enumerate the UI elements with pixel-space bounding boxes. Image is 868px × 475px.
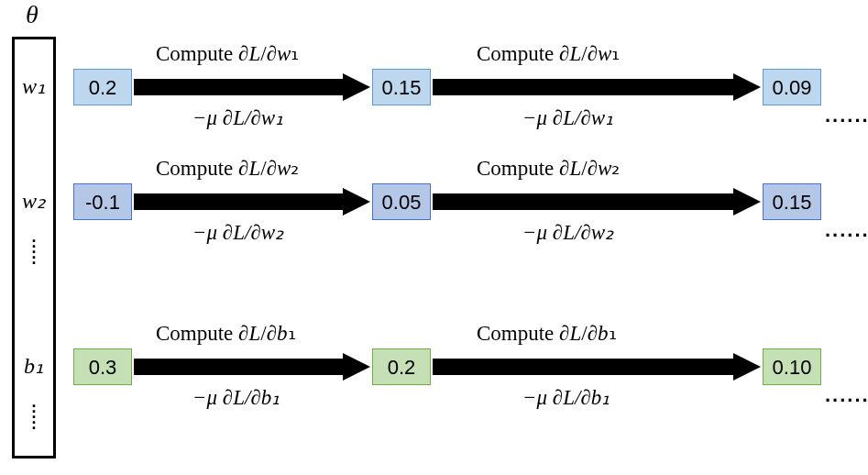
update-label-w2-1: −μ ∂L/∂w₂	[522, 220, 613, 245]
value-b1-1: 0.2	[372, 348, 431, 385]
update-label-b1-0: −μ ∂L/∂b₁	[192, 385, 280, 410]
arrow-w1-0	[134, 73, 370, 101]
value-b1-2: 0.10	[763, 348, 821, 385]
compute-label-w2-1: Compute ∂L/∂w₂	[477, 156, 620, 181]
param-label-w1: w₁	[12, 73, 56, 99]
update-label-w1-0: −μ ∂L/∂w₁	[192, 105, 283, 130]
value-b1-0: 0.3	[73, 348, 132, 385]
compute-label-b1-0: Compute ∂L/∂b₁	[156, 321, 296, 346]
param-label-w2: w₂	[12, 188, 56, 214]
value-w2-0: -0.1	[73, 183, 132, 220]
update-label-w1-1: −μ ∂L/∂w₁	[522, 105, 613, 130]
value-w2-2: 0.15	[763, 183, 821, 220]
arrow-w1-1	[433, 73, 761, 101]
arrow-w2-0	[134, 188, 370, 215]
ellipsis-b1: ......	[825, 383, 868, 407]
ellipsis-w1: ......	[825, 104, 868, 127]
vdots-2: ·····	[12, 403, 56, 431]
update-label-w2-0: −μ ∂L/∂w₂	[192, 220, 283, 245]
value-w1-1: 0.15	[372, 69, 431, 105]
row-w1: 0.2 Compute ∂L/∂w₁ −μ ∂L/∂w₁ 0.15 Comput…	[73, 37, 868, 147]
value-w2-1: 0.05	[372, 183, 431, 220]
compute-label-w1-0: Compute ∂L/∂w₁	[156, 41, 299, 66]
arrow-b1-1	[433, 353, 761, 381]
compute-label-b1-1: Compute ∂L/∂b₁	[477, 321, 617, 346]
update-label-b1-1: −μ ∂L/∂b₁	[522, 385, 610, 410]
value-w1-0: 0.2	[73, 69, 132, 105]
arrow-b1-0	[134, 353, 370, 381]
row-w2: -0.1 Compute ∂L/∂w₂ −μ ∂L/∂w₂ 0.05 Compu…	[73, 151, 868, 261]
arrow-w2-1	[433, 188, 761, 215]
compute-label-w2-0: Compute ∂L/∂w₂	[156, 156, 299, 181]
ellipsis-w2: ......	[825, 218, 868, 242]
theta-symbol: θ	[0, 0, 64, 29]
row-b1: 0.3 Compute ∂L/∂b₁ −μ ∂L/∂b₁ 0.2 Compute…	[73, 316, 868, 426]
vdots-1: ·····	[12, 238, 56, 266]
compute-label-w1-1: Compute ∂L/∂w₁	[477, 41, 620, 66]
param-label-b1: b₁	[12, 353, 56, 379]
value-w1-2: 0.09	[763, 69, 821, 105]
